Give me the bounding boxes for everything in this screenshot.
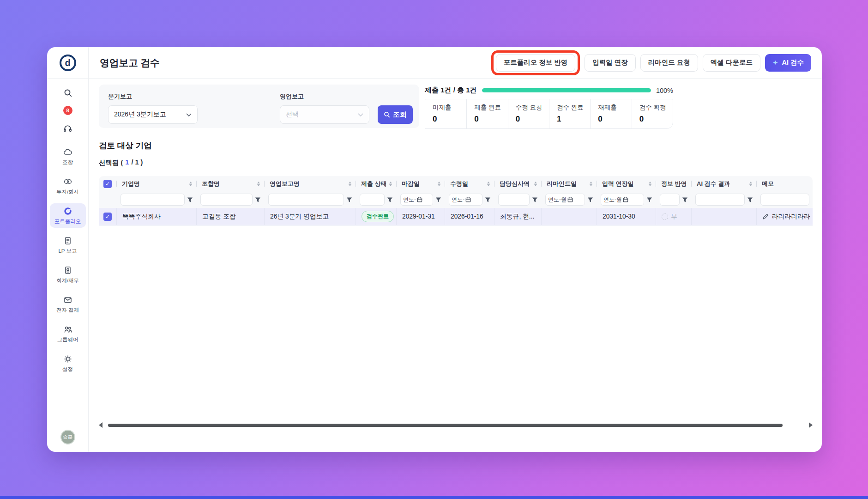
- sidebar-item-invest-company[interactable]: 투자/회사: [50, 174, 86, 198]
- col-extension-date: 입력 연장일: [597, 176, 656, 191]
- app-logo[interactable]: d: [60, 55, 76, 71]
- sidebar-item-portfolio[interactable]: 포트폴리오: [50, 203, 86, 228]
- highlight-ring: 포트폴리오 정보 반영: [491, 50, 580, 75]
- funnel-icon[interactable]: [587, 197, 593, 203]
- sidebar-item-lp-report[interactable]: LP 보고: [50, 233, 86, 257]
- stat-not-submitted: 미제출 0: [425, 99, 466, 128]
- table-row[interactable]: ✓ 똑똑주식회사 고길동 조합 26년 3분기 영업보고 검수완료 2029-0…: [99, 208, 813, 225]
- status-summary-table: 미제출 0 제출 완료 0 수정 요청 0 검수 완료: [425, 99, 673, 129]
- search-button[interactable]: 조회: [378, 105, 413, 124]
- memo-filter-input[interactable]: [760, 194, 809, 206]
- cell-due-date: 2029-01-31: [396, 208, 445, 225]
- horizontal-scrollbar: [99, 422, 813, 428]
- funnel-icon[interactable]: [346, 197, 352, 203]
- funnel-icon[interactable]: [255, 197, 261, 203]
- sort-icon[interactable]: [257, 182, 264, 186]
- stat-submitted: 제출 완료 0: [466, 99, 507, 128]
- row-checkbox[interactable]: ✓: [103, 213, 112, 221]
- select-all-checkbox[interactable]: ✓: [103, 180, 112, 188]
- sidebar-item-groupware[interactable]: 그룹웨어: [50, 322, 86, 346]
- chevron-down-icon: [358, 111, 363, 118]
- sidebar: d 8 조합: [47, 47, 89, 452]
- table-filter-row: 연도- 연도- 연도-월 연도-월: [99, 191, 813, 208]
- headset-icon[interactable]: [63, 123, 73, 133]
- app-window: d 8 조합: [47, 47, 822, 452]
- status-filter-input[interactable]: [360, 194, 385, 206]
- extend-input-date-button[interactable]: 입력일 연장: [585, 54, 636, 72]
- quarter-report-select[interactable]: 2026년 3분기보고: [108, 105, 198, 124]
- finance-doc-icon: [63, 266, 72, 275]
- funnel-icon[interactable]: [532, 197, 538, 203]
- sidebar-item-fund[interactable]: 조합: [50, 144, 86, 169]
- due-date-filter[interactable]: 연도-: [400, 194, 433, 206]
- page-title: 영업보고 검수: [100, 56, 160, 69]
- logo-area: d: [47, 47, 88, 79]
- funnel-icon[interactable]: [646, 197, 652, 203]
- sort-icon[interactable]: [349, 182, 356, 186]
- stat-resubmitted: 재제출 0: [590, 99, 631, 128]
- info-reflect-filter-input[interactable]: [660, 194, 680, 206]
- ai-review-button[interactable]: ✦ AI 검수: [765, 54, 811, 72]
- col-received-date: 수령일: [445, 176, 494, 191]
- report-filter-input[interactable]: [268, 194, 344, 206]
- sidebar-item-label: 설정: [62, 366, 73, 373]
- sidebar-item-epayment[interactable]: 전자 결제: [50, 292, 86, 316]
- cloud-icon: [63, 147, 72, 157]
- sidebar-item-label: 조합: [62, 159, 73, 166]
- sort-icon[interactable]: [189, 182, 196, 186]
- funnel-icon[interactable]: [682, 197, 688, 203]
- remind-date-filter[interactable]: 연도-월: [545, 194, 585, 206]
- sidebar-item-settings[interactable]: 설정: [50, 351, 86, 376]
- sort-icon[interactable]: [649, 182, 656, 186]
- selected-count: 1: [125, 158, 129, 167]
- funnel-icon[interactable]: [187, 197, 193, 203]
- col-status: 제출 상태: [356, 176, 396, 191]
- sort-icon[interactable]: [487, 182, 494, 186]
- cell-fund: 고길동 조합: [196, 208, 264, 225]
- sidebar-item-accounting[interactable]: 회계/재무: [50, 262, 86, 287]
- excel-download-button[interactable]: 엑셀 다운로드: [703, 54, 760, 72]
- cell-memo[interactable]: 라리라리라라: [756, 208, 813, 225]
- link-circles-icon: [63, 177, 72, 186]
- portfolio-reflect-button[interactable]: 포트폴리오 정보 반영: [496, 54, 576, 72]
- user-avatar[interactable]: 승훈: [60, 430, 75, 444]
- sort-icon[interactable]: [438, 182, 445, 186]
- calendar-icon: [567, 197, 573, 202]
- sidebar-item-label: 투자/회사: [56, 189, 79, 195]
- scroll-right-arrow[interactable]: [809, 422, 813, 428]
- stat-revision-requested: 수정 요청 0: [508, 99, 549, 128]
- selected-count-line: 선택됨 (1/ 1 ): [99, 158, 813, 167]
- content: 분기보고 2026년 3분기보고 영업보고 선택: [89, 79, 822, 452]
- sort-icon[interactable]: [590, 182, 597, 186]
- extension-date-filter[interactable]: 연도-월: [601, 194, 644, 206]
- sort-icon[interactable]: [389, 182, 396, 186]
- sidebar-nav: 조합 투자/회사 포트폴리오 LP 보고: [47, 144, 88, 376]
- funnel-icon[interactable]: [387, 197, 393, 203]
- stat-review-complete: 검수 완료 1: [549, 99, 590, 128]
- ai-result-filter-input[interactable]: [695, 194, 745, 206]
- notification-badge[interactable]: 8: [63, 106, 72, 115]
- sort-icon[interactable]: [534, 182, 541, 186]
- scrollbar-thumb[interactable]: [108, 424, 783, 427]
- cell-extension-date: 2031-10-30: [597, 208, 656, 225]
- filter-card: 분기보고 2026년 3분기보고 영업보고 선택: [99, 85, 419, 128]
- business-report-select[interactable]: 선택: [280, 105, 369, 124]
- fund-filter-input[interactable]: [200, 194, 253, 206]
- gear-icon: [63, 354, 72, 364]
- search-icon[interactable]: [63, 88, 73, 98]
- funnel-icon[interactable]: [435, 197, 441, 203]
- cell-received-date: 2026-01-16: [445, 208, 494, 225]
- funnel-icon[interactable]: [485, 197, 491, 203]
- remind-request-button[interactable]: 리마인드 요청: [640, 54, 698, 72]
- sidebar-item-label: LP 보고: [58, 248, 77, 255]
- progress-percent: 100%: [656, 87, 673, 94]
- sort-icon[interactable]: [749, 182, 756, 186]
- reviewers-filter-input[interactable]: [498, 194, 530, 206]
- company-filter-input[interactable]: [121, 194, 185, 206]
- scrollbar-track[interactable]: [108, 424, 803, 427]
- col-ai-result: AI 검수 결과: [691, 176, 756, 191]
- funnel-icon[interactable]: [747, 197, 753, 203]
- progress-summary: 제출 1건 / 총 1건: [425, 86, 477, 95]
- scroll-left-arrow[interactable]: [99, 422, 102, 428]
- received-date-filter[interactable]: 연도-: [449, 194, 482, 206]
